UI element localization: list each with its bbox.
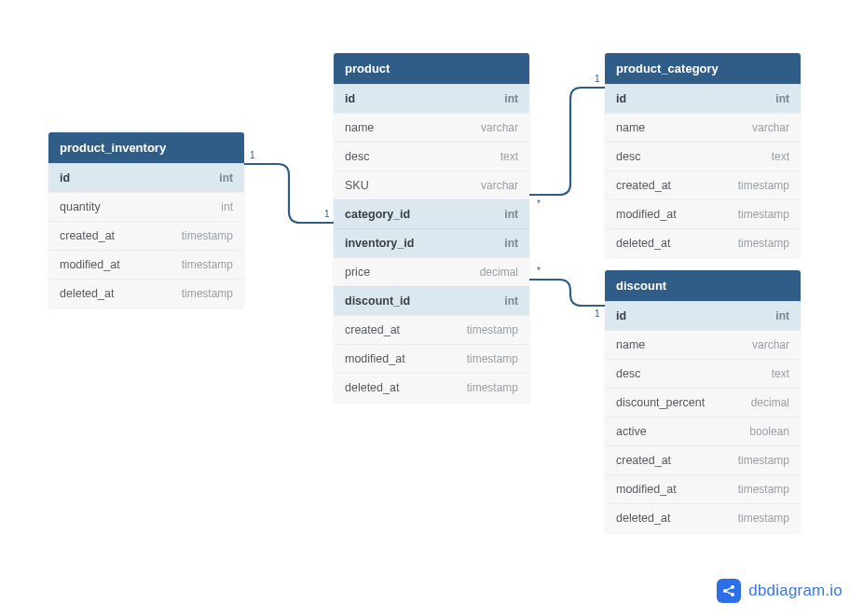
column-name: SKU [345, 179, 369, 192]
column-name: deleted_at [60, 287, 114, 300]
table-row[interactable]: name varchar [605, 113, 801, 142]
table-product-inventory[interactable]: product_inventory id int quantity int cr… [48, 132, 244, 308]
table-row[interactable]: category_id int [334, 199, 529, 228]
table-row[interactable]: desc text [605, 142, 801, 171]
column-type: timestamp [738, 237, 789, 250]
column-type: text [772, 150, 789, 163]
column-name: modified_at [616, 208, 677, 221]
column-name: id [616, 309, 626, 322]
column-type: int [775, 309, 789, 322]
share-icon [717, 579, 741, 603]
diagram-canvas[interactable]: 1 1 * 1 * 1 product_inventory id int qua… [0, 0, 863, 616]
column-name: desc [345, 150, 369, 163]
branding[interactable]: dbdiagram.io [717, 579, 842, 603]
column-type: timestamp [467, 352, 518, 365]
column-name: id [616, 92, 626, 105]
column-type: int [504, 237, 518, 250]
column-type: timestamp [738, 179, 789, 192]
column-name: desc [616, 150, 640, 163]
table-row[interactable]: modified_at timestamp [334, 344, 529, 373]
table-row[interactable]: created_at timestamp [605, 445, 801, 474]
table-row[interactable]: modified_at timestamp [605, 199, 801, 228]
table-row[interactable]: name varchar [605, 330, 801, 359]
table-row[interactable]: inventory_id int [334, 228, 529, 257]
table-row[interactable]: modified_at timestamp [48, 250, 244, 279]
column-name: name [616, 121, 645, 134]
table-header[interactable]: product [334, 53, 529, 84]
svg-line-10 [727, 592, 732, 594]
column-name: deleted_at [616, 512, 670, 525]
svg-text:1: 1 [250, 150, 255, 160]
table-row[interactable]: id int [605, 84, 801, 113]
branding-text: dbdiagram.io [748, 582, 842, 600]
table-row[interactable]: id int [605, 301, 801, 330]
table-row[interactable]: discount_percent decimal [605, 388, 801, 417]
column-type: varchar [481, 121, 518, 134]
column-type: varchar [481, 179, 518, 192]
table-row[interactable]: quantity int [48, 192, 244, 221]
table-header[interactable]: product_inventory [48, 132, 244, 163]
table-row[interactable]: deleted_at timestamp [48, 279, 244, 308]
svg-text:*: * [537, 266, 541, 276]
column-name: created_at [616, 179, 671, 192]
table-header[interactable]: discount [605, 270, 801, 301]
column-name: discount_percent [616, 396, 705, 409]
table-row[interactable]: created_at timestamp [334, 315, 529, 344]
column-name: created_at [60, 229, 115, 242]
column-name: name [345, 121, 374, 134]
column-type: timestamp [738, 483, 789, 496]
table-row[interactable]: modified_at timestamp [605, 474, 801, 503]
column-type: timestamp [738, 454, 789, 467]
table-row[interactable]: active boolean [605, 417, 801, 445]
column-type: text [772, 367, 789, 380]
table-row[interactable]: price decimal [334, 257, 529, 286]
column-name: active [616, 425, 647, 438]
table-row[interactable]: name varchar [334, 113, 529, 142]
table-row[interactable]: id int [334, 84, 529, 113]
table-product-category[interactable]: product_category id int name varchar des… [605, 53, 801, 257]
column-name: deleted_at [345, 381, 399, 394]
table-row[interactable]: deleted_at timestamp [605, 228, 801, 257]
column-name: desc [616, 367, 640, 380]
column-type: int [221, 200, 233, 213]
column-type: timestamp [738, 512, 789, 525]
table-row[interactable]: deleted_at timestamp [334, 373, 529, 402]
column-type: int [775, 92, 789, 105]
column-name: modified_at [345, 352, 405, 365]
table-row[interactable]: id int [48, 163, 244, 192]
table-row[interactable]: discount_id int [334, 286, 529, 315]
column-type: decimal [480, 266, 518, 279]
table-product[interactable]: product id int name varchar desc text SK… [334, 53, 529, 402]
column-type: int [504, 92, 518, 105]
column-type: timestamp [467, 381, 518, 394]
column-type: decimal [751, 396, 789, 409]
table-row[interactable]: created_at timestamp [48, 221, 244, 250]
column-type: text [500, 150, 518, 163]
svg-text:1: 1 [595, 74, 600, 84]
column-name: discount_id [345, 294, 410, 308]
column-name: modified_at [60, 258, 120, 271]
table-header[interactable]: product_category [605, 53, 801, 84]
column-name: id [60, 171, 70, 185]
table-row[interactable]: deleted_at timestamp [605, 503, 801, 532]
column-name: quantity [60, 200, 101, 213]
column-name: created_at [345, 323, 400, 336]
column-type: int [504, 208, 518, 221]
column-name: created_at [616, 454, 671, 467]
column-type: timestamp [467, 323, 518, 336]
column-name: price [345, 266, 370, 279]
table-row[interactable]: desc text [334, 142, 529, 171]
table-row[interactable]: desc text [605, 359, 801, 388]
table-row[interactable]: created_at timestamp [605, 171, 801, 199]
svg-line-9 [727, 588, 732, 590]
column-name: modified_at [616, 483, 677, 496]
table-row[interactable]: SKU varchar [334, 171, 529, 199]
table-discount[interactable]: discount id int name varchar desc text d… [605, 270, 801, 532]
column-type: varchar [752, 121, 789, 134]
column-name: inventory_id [345, 237, 414, 250]
column-type: timestamp [738, 208, 789, 221]
column-type: int [504, 294, 518, 308]
svg-text:1: 1 [324, 209, 330, 219]
column-type: boolean [749, 425, 789, 438]
column-name: id [345, 92, 355, 105]
